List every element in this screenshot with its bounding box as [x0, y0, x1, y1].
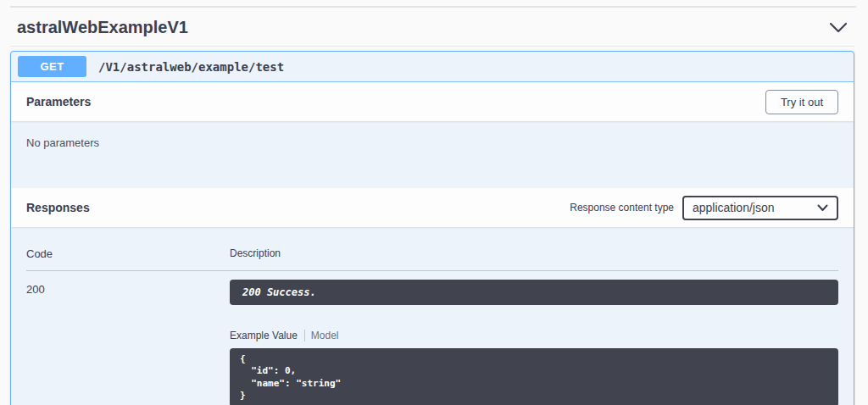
try-it-out-button[interactable]: Try it out	[765, 90, 838, 114]
operation-summary[interactable]: GET /V1/astralweb/example/test	[11, 52, 854, 82]
response-description-block: 200 Success.	[230, 280, 838, 305]
tag-section-header[interactable]: astralWebExampleV1	[10, 8, 854, 47]
response-description-cell: 200 Success. Example Value Model { "id":…	[230, 280, 838, 405]
model-example-tabs: Example Value Model	[230, 330, 838, 341]
no-parameters-message: No parameters	[26, 136, 99, 149]
example-value-block: { "id": 0, "name": "string" }	[230, 348, 838, 405]
section-title: astralWebExampleV1	[17, 18, 188, 37]
response-row-200: 200 200 Success. Example Value Model { "…	[26, 271, 838, 405]
parameters-title: Parameters	[26, 95, 91, 108]
tab-model[interactable]: Model	[311, 330, 339, 341]
responses-body: Code Description 200 200 Success. Exampl…	[11, 227, 854, 405]
responses-table-header: Code Description	[26, 247, 838, 271]
select-chevron-down-icon	[817, 204, 828, 212]
tab-example-value[interactable]: Example Value	[230, 330, 298, 341]
operation-block-get: GET /V1/astralweb/example/test Parameter…	[10, 51, 854, 405]
code-column-header: Code	[26, 247, 230, 260]
response-content-type-label: Response content type	[570, 202, 674, 214]
parameters-body: No parameters	[11, 121, 854, 188]
operation-path: /V1/astralweb/example/test	[98, 60, 284, 74]
responses-header: Responses Response content type applicat…	[11, 188, 854, 227]
description-column-header: Description	[230, 247, 838, 260]
http-method-badge: GET	[18, 56, 86, 77]
responses-title: Responses	[26, 201, 90, 214]
response-code: 200	[26, 280, 230, 405]
example-json: { "id": 0, "name": "string" }	[240, 353, 828, 402]
response-content-type-value: application/json	[693, 201, 775, 214]
tab-separator	[304, 330, 305, 341]
chevron-down-icon[interactable]	[829, 22, 848, 34]
response-content-type-control: Response content type application/json	[570, 196, 838, 220]
response-content-type-select[interactable]: application/json	[682, 196, 838, 220]
parameters-header: Parameters Try it out	[11, 82, 854, 121]
